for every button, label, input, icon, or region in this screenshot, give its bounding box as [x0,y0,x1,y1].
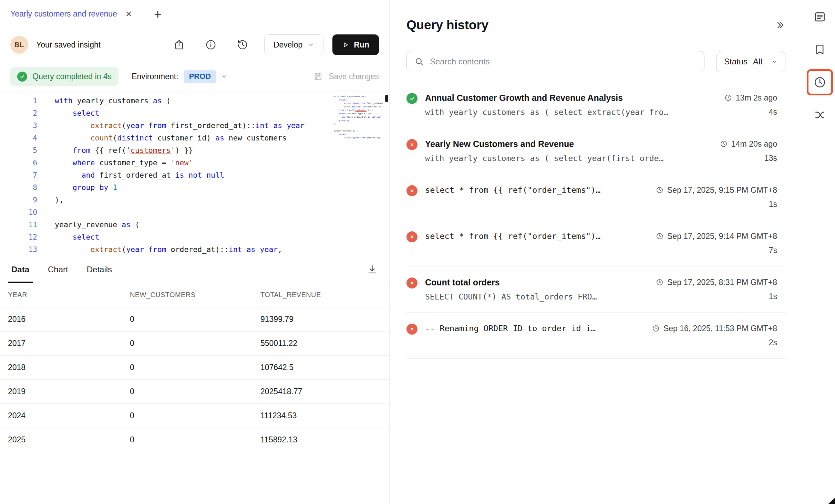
code-line[interactable]: extract(year from first_ordered_at)::int… [55,119,389,132]
query-history-item[interactable]: Yearly New Customers and Revenuewith yea… [406,128,785,174]
column-header[interactable]: YEAR [0,283,130,307]
table-cell: 0 [130,355,260,379]
environment-selector[interactable]: Environment: PROD [132,70,227,83]
line-number: 3 [0,119,37,132]
table-cell: 111234.53 [260,403,389,428]
code-line[interactable]: from {{ ref('customers') }} [55,144,389,157]
column-header[interactable]: TOTAL_REVENUE [260,283,389,307]
table-row[interactable]: 201902025418.77 [0,379,389,403]
editor-code[interactable]: with yearly_customers as ( select extrac… [55,95,389,256]
sql-editor[interactable]: 12345678910111213 with yearly_customers … [0,92,389,256]
query-snippet: with yearly_customers as ( select year(f… [425,153,708,164]
tab-data[interactable]: Data [11,256,29,283]
query-meta: 13m 2s ago4s [724,92,785,117]
query-meta: Sep 17, 2025, 8:31 PM GMT+81s [656,277,785,302]
table-row[interactable]: 2016091399.79 [0,307,389,331]
table-row[interactable]: 20240111234.53 [0,403,389,428]
code-line[interactable]: extract(year from ordered_at)::int as ye… [55,243,389,256]
query-history-controls: Status All [406,51,785,72]
save-changes-button[interactable]: Save changes [313,71,379,82]
table-cell: 2025418.77 [260,379,389,403]
table-cell: 2018 [0,355,130,379]
clock-icon [656,232,663,240]
new-tab-button[interactable]: + [154,8,162,21]
code-line[interactable]: and first_ordered_at is not null [55,169,389,181]
query-history-item[interactable]: select * from {{ ref("order_items")…Sep … [406,220,785,266]
search-box[interactable] [406,51,704,72]
query-meta: Sep 16, 2025, 11:53 PM GMT+82s [652,323,785,348]
history-clock-icon[interactable] [813,76,826,89]
lineage-icon[interactable] [813,108,826,122]
tab-label: Yearly customers and revenue [10,9,117,19]
query-history-item-main: select * from {{ ref("order_items")… [425,231,656,242]
search-icon [414,57,424,66]
resize-handle[interactable] [828,498,835,504]
query-history-item[interactable]: Annual Customer Growth and Revenue Analy… [406,82,785,128]
code-line[interactable]: select [55,107,389,119]
query-title: select * from {{ ref("order_items")… [425,231,643,242]
code-line[interactable]: yearly_revenue as ( [55,219,389,231]
query-history-item-main: Annual Customer Growth and Revenue Analy… [425,92,724,117]
share-icon[interactable] [173,39,185,51]
code-line[interactable]: with yearly_customers as ( [55,95,389,107]
version-history-icon[interactable] [237,39,248,51]
line-number: 13 [0,243,37,256]
line-number: 7 [0,169,37,181]
bookmark-icon[interactable] [813,43,826,56]
table-row[interactable]: 20170550011.22 [0,331,389,355]
status-filter-value: All [753,57,762,66]
clock-icon [656,279,663,286]
query-timestamp: 13m 2s ago [724,92,777,103]
query-title: -- Renaming ORDER_ID to order_id i… [425,323,640,334]
query-duration: 2s [652,337,777,348]
table-cell: 0 [130,379,260,403]
editor-scrollbar-thumb[interactable] [385,95,388,102]
code-line[interactable]: group by 1 [55,181,389,194]
avatar: BL [10,36,28,54]
line-number: 4 [0,132,37,144]
status-filter-button[interactable]: Status All [716,51,785,72]
table-row[interactable]: 20250115892.13 [0,428,389,452]
info-icon[interactable] [205,39,217,51]
line-number: 10 [0,206,37,219]
line-number: 6 [0,157,37,169]
table-cell: 91399.79 [260,307,389,331]
download-icon[interactable] [367,264,378,275]
table-cell: 0 [130,428,260,452]
collapse-panel-icon[interactable] [775,20,785,30]
results-tab-bar: Data Chart Details [0,256,389,283]
environment-value-badge: PROD [184,70,217,83]
query-history-item[interactable]: Count total ordersSELECT COUNT(*) AS tot… [406,266,785,313]
develop-button[interactable]: Develop [264,34,323,55]
code-line[interactable]: select [55,231,389,243]
query-timestamp: Sep 17, 2025, 9:14 PM GMT+8 [656,231,777,242]
error-status-icon [406,139,418,150]
table-cell: 107642.5 [260,355,389,379]
success-check-icon [17,72,27,82]
save-icon [313,71,323,82]
tab-close-icon[interactable]: ✕ [125,10,132,18]
query-timestamp: Sep 16, 2025, 11:53 PM GMT+8 [652,323,777,334]
query-list-icon[interactable] [813,10,826,23]
search-input[interactable] [430,57,697,66]
code-line[interactable] [55,206,389,219]
tab-chart[interactable]: Chart [48,256,68,283]
tab-yearly-customers-and-revenue[interactable]: Yearly customers and revenue ✕ [0,0,142,28]
query-history-item[interactable]: -- Renaming ORDER_ID to order_id i…Sep 1… [406,313,785,359]
code-line[interactable]: count(distinct customer_id) as new_custo… [55,132,389,144]
query-duration: 7s [656,245,777,255]
table-cell: 2017 [0,331,130,355]
column-header[interactable]: NEW_CUSTOMERS [130,283,260,307]
query-history-item[interactable]: select * from {{ ref("order_items")…Sep … [406,174,785,220]
table-row[interactable]: 20180107642.5 [0,355,389,379]
error-status-icon [406,185,418,196]
error-status-icon [406,324,418,335]
code-line[interactable]: where customer_type = 'new' [55,157,389,169]
table-cell: 2024 [0,403,130,428]
run-button[interactable]: Run [332,34,379,55]
environment-label: Environment: [132,72,178,81]
query-history-panel: Query history Status All Annual Customer… [389,0,804,504]
tab-details[interactable]: Details [87,256,112,283]
query-status-text: Query completed in 4s [32,72,112,81]
code-line[interactable]: ), [55,194,389,206]
